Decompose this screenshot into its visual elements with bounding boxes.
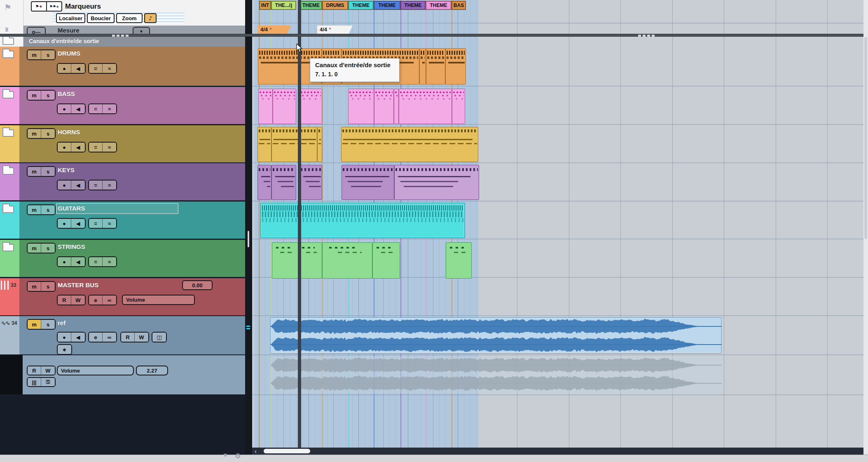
zoom-button[interactable]: Zoom xyxy=(116,13,143,23)
tracklist-scroll-thumb[interactable] xyxy=(248,231,249,247)
trim-button[interactable]: ||| xyxy=(28,378,41,386)
channel-strip-button[interactable]: ◫ xyxy=(152,333,166,342)
track-row-bass[interactable]: msBASS●◀=≈ xyxy=(0,87,245,124)
mute-button[interactable]: m xyxy=(28,205,41,214)
musical-mode-button[interactable]: ≈ xyxy=(103,181,116,190)
gain-value[interactable]: 0.00 xyxy=(182,280,213,290)
drums-clip[interactable] xyxy=(419,48,426,84)
mute-solo-group[interactable]: ms xyxy=(27,49,56,60)
track-row-strings[interactable]: msSTRINGS●◀=≈ xyxy=(0,240,245,277)
add-marker-button[interactable]: ⚑+ xyxy=(31,1,47,12)
strings-clip[interactable] xyxy=(372,242,400,279)
drums-clip[interactable] xyxy=(426,48,445,84)
strings-clip[interactable] xyxy=(298,242,322,279)
vertical-scrollbar[interactable] xyxy=(863,0,868,455)
horns-clip[interactable] xyxy=(271,127,299,162)
musical-mode-button[interactable]: ≈ xyxy=(103,257,116,266)
automation-group[interactable]: RW xyxy=(27,366,56,375)
mute-button[interactable]: m xyxy=(28,244,41,253)
group-editing-button[interactable]: = xyxy=(89,64,103,73)
link-button[interactable]: ∞ xyxy=(103,295,116,305)
group-editing-button[interactable]: = xyxy=(89,104,103,113)
collapse-tracks-icon[interactable]: ▼ xyxy=(222,452,228,460)
solo-button[interactable]: s xyxy=(41,91,55,100)
record-enable-button[interactable]: ● xyxy=(58,219,71,228)
rec-mon-group[interactable]: ●◀ xyxy=(57,218,86,229)
add-cycle-marker-button[interactable]: ⚑⚑+ xyxy=(47,1,62,12)
strings-clip[interactable] xyxy=(446,242,472,279)
guitars-clip[interactable] xyxy=(260,203,465,238)
mute-solo-group[interactable]: ms xyxy=(27,128,56,139)
bass-clip[interactable] xyxy=(399,89,452,124)
read-automation-button[interactable]: R xyxy=(28,366,41,375)
track-row-keys[interactable]: msKEYS●◀=≈ xyxy=(0,163,245,200)
monitor-button[interactable]: ◀ xyxy=(71,219,85,228)
group-editing-button[interactable]: = xyxy=(89,219,103,228)
monitor-button[interactable]: ◀ xyxy=(71,64,85,73)
mute-button[interactable]: m xyxy=(28,167,41,176)
monitor-button[interactable]: ◀ xyxy=(71,181,85,190)
keys-clip[interactable] xyxy=(394,165,479,200)
edit-group[interactable]: =≈ xyxy=(88,180,117,190)
boucler-button[interactable]: Boucler xyxy=(87,13,115,23)
automation-lane-volume[interactable]: RWVolume2.27|||⚿ xyxy=(0,355,245,394)
record-enable-button[interactable]: ● xyxy=(58,104,71,113)
bass-clip[interactable] xyxy=(452,89,465,124)
mute-button[interactable]: m xyxy=(28,50,41,59)
solo-button[interactable]: s xyxy=(41,50,55,59)
horns-clip[interactable] xyxy=(341,127,478,162)
bass-clip[interactable] xyxy=(258,89,273,124)
mute-solo-group[interactable]: ms xyxy=(27,281,56,292)
mute-solo-group[interactable]: ms xyxy=(27,166,56,177)
solo-button[interactable]: s xyxy=(41,205,55,214)
automation-value[interactable]: 2.27 xyxy=(136,366,168,375)
read-automation-button[interactable]: R xyxy=(121,333,135,342)
monitor-button[interactable]: ◀ xyxy=(71,104,85,113)
read-automation-button[interactable]: R xyxy=(58,295,71,305)
scroll-left-icon[interactable]: ‹ xyxy=(255,448,257,455)
marker-theme[interactable]: THEME xyxy=(426,1,452,10)
monitor-button[interactable]: ◀ xyxy=(71,333,85,342)
drums-clip[interactable] xyxy=(445,48,466,84)
localiser-button[interactable]: Localiser xyxy=(56,13,85,23)
track-row-ref[interactable]: ∿∿34msref●◀e∞RW◫∗ xyxy=(0,316,245,354)
freeze-button[interactable]: ∗ xyxy=(58,345,71,354)
keys-clip[interactable] xyxy=(299,165,322,200)
trim-lock-group[interactable]: |||⚿ xyxy=(27,377,56,387)
edit-group[interactable]: =≈ xyxy=(88,218,117,229)
write-automation-button[interactable]: W xyxy=(135,333,148,342)
edit-group[interactable]: e∞ xyxy=(88,332,117,342)
solo-button[interactable]: s xyxy=(41,244,55,253)
musical-mode-button[interactable]: ≈ xyxy=(103,219,116,228)
edit-group[interactable]: =≈ xyxy=(88,142,117,152)
marker-track-header[interactable]: ⚑ ⚑+ ⚑⚑+ Marqueurs Localiser Boucler Zoo… xyxy=(0,0,245,26)
rec-mon-group[interactable]: ●◀ xyxy=(57,103,86,114)
write-automation-button[interactable]: W xyxy=(71,295,85,305)
mute-solo-group[interactable]: ms xyxy=(27,90,56,101)
track-row-drums[interactable]: msDRUMS●◀=≈ xyxy=(0,47,245,86)
rec-mon-group[interactable]: ●◀ xyxy=(57,332,86,342)
solo-button[interactable]: s xyxy=(41,129,55,138)
monitor-button[interactable]: ◀ xyxy=(71,257,85,266)
mute-button[interactable]: m xyxy=(28,129,41,138)
marker-bas[interactable]: BAS xyxy=(452,1,466,10)
bass-clip[interactable] xyxy=(348,89,374,124)
edit-channel-button[interactable]: e xyxy=(89,295,103,305)
track-row-horns[interactable]: msHORNS●◀=≈ xyxy=(0,125,245,162)
solo-button[interactable]: s xyxy=(41,320,55,329)
strip-group[interactable]: ◫ xyxy=(152,332,167,342)
strings-clip[interactable] xyxy=(272,242,298,279)
automation-group[interactable]: RW xyxy=(57,295,86,305)
signature-key-button[interactable]: o— xyxy=(27,27,46,34)
musical-mode-button[interactable]: ≈ xyxy=(103,143,116,152)
solo-button[interactable]: s xyxy=(41,282,55,291)
automation-group[interactable]: RW xyxy=(120,332,149,342)
record-enable-button[interactable]: ● xyxy=(58,257,71,266)
group-editing-button[interactable]: = xyxy=(89,181,103,190)
link-button[interactable]: ∞ xyxy=(103,333,116,342)
edit-group[interactable]: =≈ xyxy=(88,63,117,74)
rec-mon-group[interactable]: ●◀ xyxy=(57,256,86,267)
horns-clip[interactable] xyxy=(299,127,317,162)
bass-clip[interactable] xyxy=(273,89,296,124)
edit-group[interactable]: =≈ xyxy=(88,256,117,267)
